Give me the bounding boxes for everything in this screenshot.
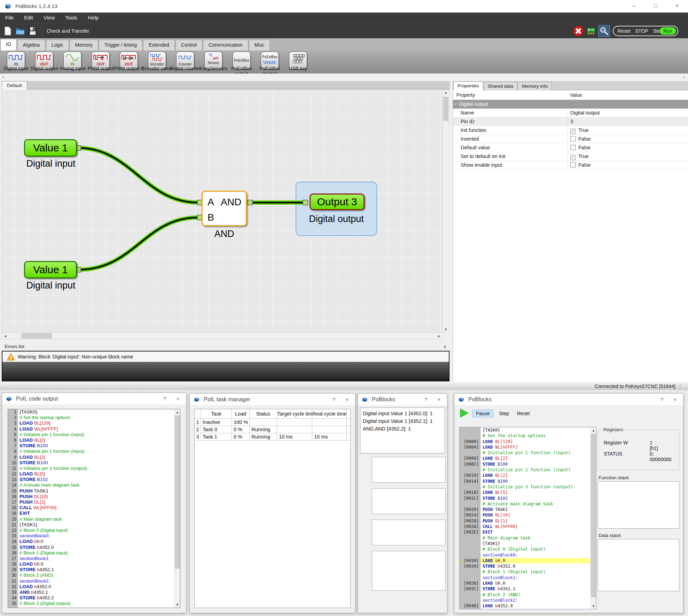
checkbox-unchecked[interactable] — [570, 162, 576, 167]
code-scroll-thumb[interactable] — [175, 416, 180, 569]
help-button[interactable]: ? — [159, 393, 171, 405]
poil-code-listing[interactable]: 1{TASK0}2# Set the startup options3LOAD … — [8, 409, 180, 608]
canvas-vertical-scrollbar[interactable]: ▲ ▼ — [443, 89, 449, 332]
property-row-name[interactable]: NameDigital output — [453, 109, 688, 117]
menu-item-edit[interactable]: Edit — [19, 13, 38, 23]
block-and[interactable]: A AND B — [202, 191, 247, 226]
debug-step-button[interactable]: Step — [499, 411, 509, 416]
menu-item-file[interactable]: File — [0, 13, 19, 23]
maximize-button[interactable]: □ — [645, 0, 666, 13]
wire-value1b-to-and-b[interactable] — [78, 218, 198, 270]
property-row-show-enable-input[interactable]: Show enable inputFalse — [453, 161, 688, 169]
tab-io[interactable]: IO — [0, 39, 17, 50]
checkbox-checked[interactable]: ✓ — [570, 129, 576, 134]
search-device-icon[interactable] — [598, 25, 610, 37]
tab-algebra[interactable]: Algebra — [17, 40, 45, 50]
poblocks-watch-titlebar[interactable]: PoBlocks ? × — [358, 394, 447, 405]
palette-scroll-right-icon[interactable]: › — [683, 74, 685, 80]
debug-reset-button[interactable]: Reset — [517, 411, 530, 416]
menu-item-help[interactable]: Help — [83, 13, 104, 23]
menu-item-tools[interactable]: Tools — [60, 13, 83, 23]
disconnect-stop-icon[interactable] — [573, 26, 584, 36]
tab-logic[interactable]: Logic — [46, 40, 69, 50]
block-digital-input-1[interactable]: Value 1 — [24, 139, 77, 157]
poil-code-output-titlebar[interactable]: PoIL code output ? × — [2, 393, 186, 405]
device-card-icon[interactable] — [586, 27, 596, 35]
code-scrollbar[interactable]: ▲ ▼ — [174, 409, 180, 608]
property-row-default-value[interactable]: Default valueFalse — [453, 143, 688, 152]
block-digital-output[interactable]: Output 3 — [310, 194, 365, 210]
tab-control[interactable]: Control — [175, 40, 202, 50]
canvas-vscroll-thumb[interactable] — [443, 97, 448, 121]
watch-item[interactable]: Digital input.Value 1 [4352.0]: 1 — [363, 410, 442, 417]
task-row-task-0[interactable]: 2Task 00 %Running — [195, 426, 350, 433]
canvas-hscroll-thumb[interactable] — [21, 333, 52, 339]
stop-button[interactable]: STOP — [635, 26, 648, 35]
task-row-task-1[interactable]: 3Task 10 %Running10 ms10 ms — [195, 433, 350, 441]
property-row-set-to-default-on-init[interactable]: Set to default on init✓True — [453, 152, 688, 161]
close-button[interactable]: × — [666, 0, 688, 13]
close-window-button[interactable]: × — [341, 394, 353, 405]
run-button[interactable]: Run — [659, 27, 676, 35]
property-row-init-function[interactable]: Init function✓True — [453, 126, 688, 135]
palette-scroll-left-icon[interactable]: ‹ — [2, 74, 4, 80]
properties-tab-properties[interactable]: Properties — [453, 81, 483, 90]
minimize-button[interactable]: – — [623, 0, 645, 13]
error-row[interactable]: Warning: Block 'Digital input': Non-uniq… — [2, 352, 449, 362]
tab-communication[interactable]: Communication — [203, 40, 248, 50]
task-cell: 3 — [195, 433, 201, 441]
watch-list[interactable]: Digital input.Value 1 [4352.0]: 1Digital… — [360, 408, 445, 453]
menu-item-view[interactable]: View — [38, 13, 60, 23]
block-digital-input-2[interactable]: Value 1 — [24, 261, 77, 278]
errors-close-icon[interactable]: x — [444, 342, 446, 351]
line-number: 30 — [8, 572, 18, 578]
properties-tab-shared-data[interactable]: Shared data — [484, 82, 518, 90]
poil-task-manager-titlebar[interactable]: PoIL task manager ? × — [190, 394, 355, 405]
debug-code-scrollbar[interactable]: ▲ ▼ — [590, 427, 596, 609]
tab-memory[interactable]: Memory — [70, 40, 99, 50]
new-file-button[interactable] — [3, 26, 13, 36]
help-button[interactable]: ? — [328, 394, 340, 405]
block-digital-output-label: Digital output — [296, 214, 377, 224]
code-text: # Activate main diagram task — [18, 482, 80, 488]
play-icon[interactable] — [459, 408, 469, 418]
properties-tab-memory-info[interactable]: Memory info — [518, 82, 552, 90]
pause-button[interactable]: Pause — [472, 410, 493, 417]
code-text: # Initialize pin 3 function (output) — [18, 466, 87, 471]
property-row-pin-id[interactable]: Pin ID3 — [453, 117, 688, 126]
watch-item[interactable]: Digital input.Value 1 [4352.1]: 1 — [363, 417, 442, 425]
palette-scrollbar[interactable]: ‹ › — [0, 73, 688, 80]
wire-value1-to-and-a[interactable] — [78, 148, 198, 203]
watch-item[interactable]: AND.AND [4352.2]: 1 — [363, 425, 442, 433]
debug-scroll-thumb[interactable] — [591, 434, 596, 597]
checkbox-unchecked[interactable] — [570, 136, 576, 141]
tab-extended[interactable]: Extended — [143, 40, 175, 50]
canvas-horizontal-scrollbar[interactable]: ◄ ► — [2, 332, 443, 339]
diagram-canvas[interactable]: Value 1 Digital input Value 1 Digital in… — [2, 89, 443, 332]
poblocks-debugger-titlebar[interactable]: PoBlocks ? × — [454, 394, 683, 405]
open-file-button[interactable] — [15, 26, 25, 36]
task-row-inactive[interactable]: 1Inactive100 % — [195, 419, 350, 426]
properties-section-header[interactable]: ˅Digital output — [453, 100, 688, 109]
tab-misc[interactable]: Misc — [249, 40, 270, 50]
port-output-in[interactable] — [303, 200, 308, 205]
save-button[interactable] — [28, 26, 38, 36]
tab-trigger-timing[interactable]: Trigger / timing — [99, 40, 142, 50]
check-and-transfer-button[interactable]: Check and Transfer — [47, 23, 89, 39]
help-button[interactable]: ? — [420, 394, 432, 405]
help-button[interactable]: ? — [656, 394, 668, 405]
property-row-inverted[interactable]: InvertedFalse — [453, 135, 688, 143]
debug-code-line: [0010]LOAD BL[2] — [460, 473, 596, 478]
close-window-button[interactable]: × — [669, 394, 681, 405]
close-window-button[interactable]: × — [172, 393, 184, 405]
code-line: 11# Initialize pin 3 function (output) — [8, 466, 180, 471]
checkbox-unchecked[interactable] — [570, 145, 576, 150]
close-window-button[interactable]: × — [433, 394, 445, 405]
port-and-out[interactable] — [247, 200, 253, 205]
reset-button[interactable]: Reset — [618, 26, 631, 35]
code-text: # Block 1 (Digital input) — [18, 550, 68, 556]
task-table[interactable]: TaskLoadStatusTarget cycle timeReal cycl… — [194, 409, 351, 608]
diagram-tab-default[interactable]: Default — [2, 81, 27, 89]
debug-code-listing[interactable]: {TASK0}# Set the startup options[0000]LO… — [459, 427, 596, 609]
checkbox-checked[interactable]: ✓ — [570, 155, 576, 160]
